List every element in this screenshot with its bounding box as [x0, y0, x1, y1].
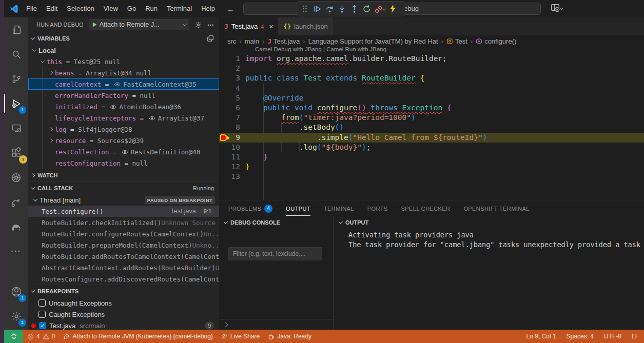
step-into-button[interactable] [336, 3, 348, 15]
remote-indicator[interactable] [4, 330, 23, 343]
debug-session-status[interactable]: Attach to Remote JVM (Kubernetes) (camel… [59, 330, 217, 343]
code-line-1[interactable]: 1import org.apache.camel.builder.RouteBu… [219, 54, 644, 64]
breakpoint-checkbox[interactable] [38, 299, 46, 307]
go-back-icon[interactable]: ← [227, 5, 235, 13]
activity-kubernetes[interactable] [4, 165, 28, 190]
code-editor[interactable]: 1import org.apache.camel.builder.RouteBu… [219, 54, 644, 200]
sidebar-more-actions[interactable]: ⋯ [207, 21, 214, 29]
code-line-6[interactable]: 6 public void configure() throws Excepti… [219, 103, 644, 113]
activity-explorer[interactable] [4, 17, 28, 42]
code-line-3[interactable]: 3public class Test extends RouteBuilder … [219, 73, 644, 83]
step-over-button[interactable] [323, 3, 336, 15]
breakpoint-row[interactable]: Caught Exceptions [28, 309, 219, 320]
code-line-8[interactable]: 8 .setBody() [219, 123, 644, 132]
panel-tab-output[interactable]: OUTPUT [286, 200, 310, 216]
layout-control[interactable] [550, 3, 564, 13]
current-breakpoint-icon[interactable] [220, 134, 227, 141]
callstack-frame[interactable]: RouteBuilder.prepareModel(CamelContext)U… [28, 239, 219, 251]
continue-button[interactable] [311, 3, 323, 15]
activity-extensions[interactable]: ! [4, 140, 28, 165]
panel-tab-openshift-terminal[interactable]: OPENSHIFT TERMINAL [463, 200, 529, 216]
close-tab-icon[interactable]: × [269, 23, 273, 31]
breadcrumb-item[interactable]: main [245, 37, 259, 45]
indentation-setting[interactable]: Spaces: 4 [561, 333, 599, 340]
code-line-5[interactable]: 5 @Override [219, 93, 644, 103]
menu-run[interactable]: Run [141, 0, 162, 17]
activity-remote-explorer[interactable] [4, 116, 28, 140]
activity-source-control[interactable] [4, 67, 28, 91]
callstack-frame[interactable]: AbstractCamelContext.addRoutes(RoutesBui… [28, 262, 219, 273]
menu-edit[interactable]: Edit [42, 0, 62, 17]
breadcrumb-item[interactable]: configure() [476, 37, 516, 45]
start-debug-icon[interactable] [92, 22, 97, 28]
variable-row[interactable]: Local [28, 45, 219, 56]
panel-tab-terminal[interactable]: TERMINAL [324, 200, 354, 216]
variable-row[interactable]: camelContext = FastCamelContext@35 [28, 78, 219, 90]
launch-config-dropdown[interactable]: Attach to Remote J... [89, 19, 189, 30]
problems-status[interactable]: 4 0 [23, 330, 59, 343]
breadcrumb-item[interactable]: src [227, 37, 236, 45]
debug-console-header[interactable]: DEBUG CONSOLE [219, 216, 334, 229]
activity-more[interactable]: ··· [4, 239, 28, 264]
code-line-4[interactable]: 4 [219, 84, 644, 93]
code-line-2[interactable]: 2 [219, 64, 644, 73]
step-out-button[interactable] [348, 3, 360, 15]
tab-test-java[interactable]: J Test.java 4 × [219, 17, 278, 35]
code-line-10[interactable]: 10 .log("${body}"); [219, 143, 644, 152]
code-line-9[interactable]: 9 .simple("Hello Camel from ${routeId}") [219, 133, 644, 143]
code-line-12[interactable]: 12} [219, 162, 644, 172]
output-header[interactable]: OUTPUT [334, 216, 644, 229]
hot-code-replace-button[interactable] [386, 3, 399, 15]
variable-row[interactable]: restConfiguration = null [28, 157, 219, 169]
panel-tab-problems[interactable]: PROBLEMS4 [228, 200, 272, 216]
breakpoint-checkbox[interactable] [38, 311, 46, 318]
variable-row[interactable]: this = Test@25 null [28, 56, 219, 67]
breadcrumb-item[interactable]: Test [446, 37, 467, 45]
variables-section-header[interactable]: VARIABLES [28, 32, 219, 45]
code-line-13[interactable]: 13 [219, 172, 644, 181]
variable-row[interactable]: initialized = AtomicBoolean@36 [28, 101, 219, 112]
codelens-links[interactable]: Camel Debug with JBang | Camel Run with … [255, 46, 386, 52]
breakpoints-section-header[interactable]: BREAKPOINTS [28, 285, 219, 297]
layout-dropdown-chevron-icon[interactable] [560, 6, 563, 9]
activity-search[interactable] [4, 42, 28, 67]
activity-openshift[interactable] [4, 190, 28, 214]
activity-camel[interactable] [4, 214, 28, 239]
breakpoint-row[interactable]: ✓Test.javasrc/main9 [28, 320, 219, 330]
tab-launch-json[interactable]: {} launch.json [278, 17, 333, 35]
thread-row[interactable]: Thread [main] PAUSED ON BREAKPOINT [28, 194, 219, 206]
variable-row[interactable]: lifecycleInterceptors = ArrayList@37 [28, 112, 219, 124]
callstack-frame[interactable]: RouteBuilder.checkInitialized()Unknown S… [28, 217, 219, 228]
breakpoint-row[interactable]: Uncaught Exceptions [28, 297, 219, 309]
live-share-status[interactable]: Live Share [217, 330, 264, 343]
menu-go[interactable]: Go [123, 0, 141, 17]
activity-accounts[interactable]: 1 [4, 279, 28, 304]
breakpoint-checkbox[interactable]: ✓ [39, 322, 46, 329]
watch-section-header[interactable]: WATCH [28, 169, 219, 181]
breadcrumb-item[interactable]: JTest.java [267, 37, 300, 45]
menu-file[interactable]: File [22, 0, 42, 17]
panel-tab-spell-checker[interactable]: SPELL CHECKER [401, 200, 451, 216]
variable-row[interactable]: restCollection = RestsDefinition@40 [28, 146, 219, 157]
breadcrumb-item[interactable]: Language Support for Java(TM) by Red Hat [308, 37, 438, 45]
debug-console-repl-input[interactable] [219, 319, 334, 330]
cursor-position[interactable]: Ln 9, Col 1 [521, 333, 561, 340]
java-status[interactable]: Java: Ready [264, 330, 316, 343]
callstack-frame[interactable]: RoutesConfigurer.addDiscoveredRoutes(Cam… [28, 273, 219, 285]
encoding-setting[interactable]: UTF-8 [599, 333, 627, 340]
code-line-7[interactable]: 7 from("timer:java?period=1000") [219, 113, 644, 123]
variable-row[interactable]: log = Slf4jLogger@38 [28, 124, 219, 135]
menu-help[interactable]: Help [197, 0, 220, 17]
callstack-frame[interactable]: RouteBuilder.addRoutesToCamelContext(Cam… [28, 251, 219, 262]
menu-view[interactable]: View [99, 0, 123, 17]
code-line-11[interactable]: 11 } [219, 152, 644, 162]
callstack-frame[interactable]: Test.configure()Test.java9:1 [28, 206, 219, 217]
toolbar-drag-grip[interactable] [299, 3, 311, 15]
activity-run-and-debug[interactable]: 1 [4, 91, 28, 116]
variable-row[interactable]: beans = ArrayList@34 null [28, 67, 219, 78]
disconnect-dropdown-chevron-icon[interactable] [382, 7, 386, 10]
menu-selection[interactable]: Selection [62, 0, 99, 17]
menu-terminal[interactable]: Terminal [162, 0, 197, 17]
eol-setting[interactable]: LF [627, 333, 644, 340]
callstack-frame[interactable]: RouteBuilder.configureRoutes(CamelContex… [28, 228, 219, 239]
